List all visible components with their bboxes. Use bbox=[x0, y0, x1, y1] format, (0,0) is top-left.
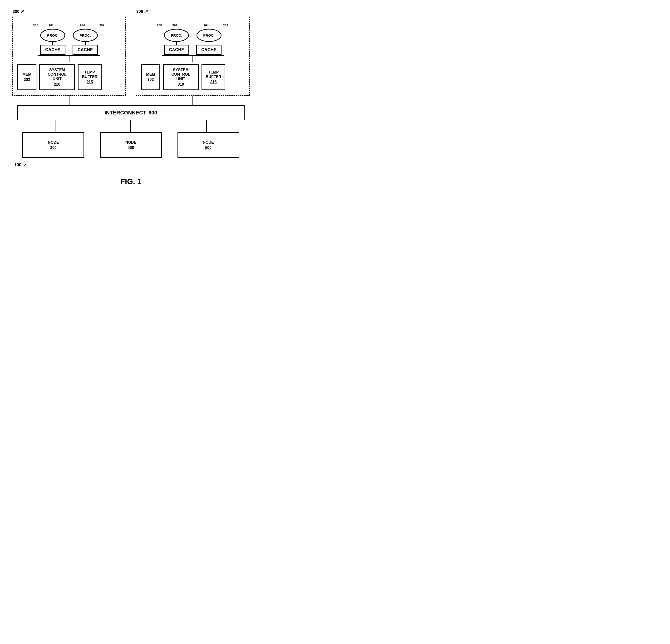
bottom-node-500-ref: 500 bbox=[205, 146, 212, 150]
scu-300-title: SYSTEMCONTROLUNIT bbox=[171, 68, 190, 81]
bus-drop-200 bbox=[69, 56, 69, 62]
interconnect-bar: INTERCONNECT 600 bbox=[17, 105, 245, 120]
bottom-node-300: NODE 300 bbox=[22, 132, 84, 158]
conn-to-node300 bbox=[55, 120, 55, 132]
conn-to-node400 bbox=[130, 120, 131, 132]
proc-204-connector bbox=[85, 42, 86, 45]
mem-200-ref: 202 bbox=[24, 78, 30, 82]
node-300-box: 300 ↗ 301 305 PROC. bbox=[136, 17, 250, 96]
node-200-number: 200 bbox=[13, 9, 19, 14]
tempbuf-300-ref: 315 bbox=[210, 80, 217, 84]
cache-301: CACHE bbox=[164, 45, 189, 55]
proc-304-label: PROC. bbox=[203, 33, 215, 37]
proc-205-ref: 205 bbox=[33, 24, 38, 27]
proc-201-wrapper: 201 205 PROC. CACHE bbox=[40, 29, 65, 55]
proc-201-ref: 201 bbox=[49, 24, 54, 27]
components-200: MEM 202 SYSTEMCONTROLUNIT 210 TEMPBUFFER… bbox=[17, 64, 121, 90]
bottom-node-400: NODE 400 bbox=[100, 132, 162, 158]
scu-200-ref: 210 bbox=[54, 82, 61, 86]
proc-201-connector bbox=[52, 42, 53, 45]
mem-300-title: MEM bbox=[146, 72, 155, 77]
proc-304-connector bbox=[209, 42, 209, 45]
cache-204: CACHE bbox=[72, 45, 98, 55]
bottom-connectors-row bbox=[17, 120, 245, 132]
top-nodes-row: 200 ↗ 201 205 PROC. bbox=[7, 7, 255, 105]
bottom-nodes-row: NODE 300 NODE 400 NODE 500 bbox=[17, 132, 245, 158]
proc-304-wrapper: 304 308 PROC. CACHE bbox=[196, 29, 222, 55]
proc-201-oval: PROC. bbox=[40, 29, 65, 42]
proc-204-label: PROC. bbox=[79, 33, 91, 37]
mem-200-title: MEM bbox=[22, 72, 31, 77]
conn-to-node500 bbox=[206, 120, 207, 132]
proc-301-oval: PROC. bbox=[164, 29, 189, 42]
cache-204-label: CACHE bbox=[78, 47, 93, 52]
proc-301-ref: 301 bbox=[172, 24, 177, 27]
interconnect-ref: 600 bbox=[148, 110, 157, 116]
proc-305-ref: 305 bbox=[157, 24, 162, 27]
proc-308-ref: 308 bbox=[223, 24, 228, 27]
proc-301-label: PROC. bbox=[171, 33, 182, 37]
node-200-box: 200 ↗ 201 205 PROC. bbox=[12, 17, 126, 96]
tempbuf-300-title: TEMPBUFFER bbox=[206, 70, 221, 79]
cache-201-label: CACHE bbox=[45, 47, 61, 52]
diagram: 200 ↗ 201 205 PROC. bbox=[7, 7, 255, 186]
proc-204-ref: 204 bbox=[80, 24, 85, 27]
proc-304-oval: PROC. bbox=[197, 29, 222, 42]
scu-300: SYSTEMCONTROLUNIT 310 bbox=[163, 64, 199, 90]
node-300-ref: 300 ↗ bbox=[136, 8, 148, 14]
scu-300-ref: 310 bbox=[178, 82, 184, 86]
bottom-node-500: NODE 500 bbox=[177, 132, 239, 158]
proc-204-wrapper: 204 208 PROC. CACHE bbox=[72, 29, 98, 55]
node-200-to-interconnect bbox=[69, 96, 69, 105]
bus-drop-300 bbox=[192, 56, 193, 62]
tempbuf-200-ref: 215 bbox=[86, 80, 93, 84]
proc-301-connector bbox=[176, 42, 177, 45]
bottom-node-300-label: NODE bbox=[48, 140, 59, 145]
bottom-node-400-ref: 400 bbox=[128, 146, 134, 150]
interconnect-section: INTERCONNECT 600 bbox=[7, 105, 255, 120]
bottom-node-400-label: NODE bbox=[125, 140, 136, 145]
tempbuf-300: TEMPBUFFER 315 bbox=[202, 64, 225, 90]
main-ref-number: 100 bbox=[14, 162, 22, 167]
bottom-node-500-label: NODE bbox=[203, 140, 214, 145]
mem-200: MEM 202 bbox=[17, 64, 36, 90]
cache-201: CACHE bbox=[40, 45, 65, 55]
proc-204-oval: PROC. bbox=[73, 29, 98, 42]
proc-304-ref: 304 bbox=[203, 24, 209, 27]
mem-300-ref: 302 bbox=[148, 78, 154, 82]
proc-201-label: PROC. bbox=[47, 33, 58, 37]
cache-bus-300 bbox=[162, 55, 224, 56]
main-ref-label: 100 ↗ bbox=[14, 162, 26, 168]
scu-200: SYSTEMCONTROLUNIT 210 bbox=[39, 64, 75, 90]
interconnect-label: INTERCONNECT bbox=[105, 110, 146, 116]
node-300-to-interconnect bbox=[192, 96, 193, 105]
main-ref-arrow: ↗ bbox=[23, 162, 26, 168]
tempbuf-200-title: TEMPBUFFER bbox=[82, 70, 97, 79]
bottom-node-300-ref: 300 bbox=[50, 146, 57, 150]
figure-label: FIG. 1 bbox=[120, 177, 142, 186]
components-300: MEM 302 SYSTEMCONTROLUNIT 310 TEMPBUFFER… bbox=[141, 64, 244, 90]
node-300-number: 300 bbox=[136, 9, 143, 14]
node-200-ref: 200 ↗ bbox=[13, 8, 25, 14]
mem-300: MEM 302 bbox=[141, 64, 160, 90]
scu-200-title: SYSTEMCONTROLUNIT bbox=[48, 68, 66, 81]
cache-304-label: CACHE bbox=[201, 47, 216, 52]
arrow-200: ↗ bbox=[21, 8, 25, 14]
cache-304: CACHE bbox=[196, 45, 222, 55]
arrow-300: ↗ bbox=[144, 8, 148, 14]
tempbuf-200: TEMPBUFFER 215 bbox=[78, 64, 102, 90]
proc-301-wrapper: 301 305 PROC. CACHE bbox=[164, 29, 189, 55]
cache-301-label: CACHE bbox=[169, 47, 184, 52]
cache-bus-200 bbox=[38, 55, 100, 56]
proc-208-ref: 208 bbox=[99, 24, 105, 27]
